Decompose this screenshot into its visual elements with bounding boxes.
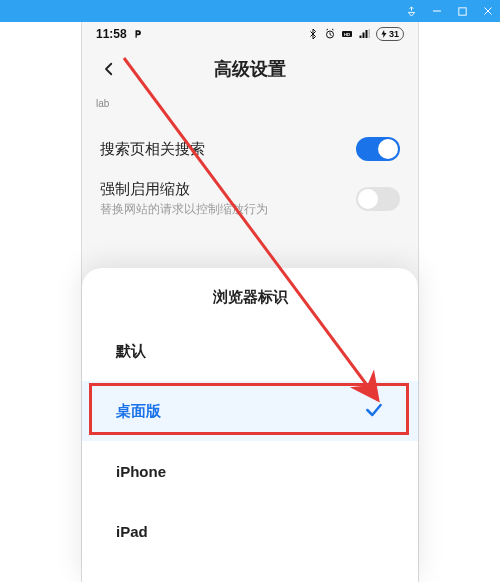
signal-icon [358, 28, 371, 40]
settings-list: 搜索页相关搜索 强制启用缩放 替换网站的请求以控制缩放行为 [82, 126, 418, 226]
hd-icon: HD [341, 28, 353, 40]
window-content: 11:58 HD 31 高 [0, 22, 500, 582]
sheet-option-default[interactable]: 默认 [82, 321, 418, 381]
back-button[interactable] [94, 54, 124, 84]
alarm-icon [324, 28, 336, 40]
option-label: iPad [116, 523, 148, 540]
window-titlebar [0, 0, 500, 22]
option-label: 桌面版 [116, 402, 161, 421]
toggle-search-related[interactable] [356, 137, 400, 161]
setting-search-related[interactable]: 搜索页相关搜索 [100, 126, 400, 172]
phone-mirror: 11:58 HD 31 高 [81, 22, 419, 582]
pin-window-icon[interactable] [406, 6, 417, 17]
svg-rect-1 [459, 7, 466, 14]
minimize-icon[interactable] [431, 5, 443, 17]
sheet-option-ipad[interactable]: iPad [82, 501, 418, 561]
app-window: 11:58 HD 31 高 [0, 0, 500, 582]
sheet-option-iphone[interactable]: iPhone [82, 441, 418, 501]
svg-text:HD: HD [344, 32, 350, 37]
option-label: iPhone [116, 463, 166, 480]
bluetooth-icon [307, 28, 319, 40]
chevron-left-icon [100, 60, 118, 78]
svg-rect-0 [433, 11, 441, 12]
setting-label: 强制启用缩放 [100, 180, 268, 199]
battery-percent: 31 [389, 29, 399, 39]
status-bar: 11:58 HD 31 [82, 22, 418, 46]
lab-badge: lab [96, 98, 109, 109]
setting-label: 搜索页相关搜索 [100, 140, 205, 159]
close-icon[interactable] [482, 5, 494, 17]
page-header: 高级设置 [82, 46, 418, 92]
status-time: 11:58 [96, 27, 127, 41]
battery-indicator: 31 [376, 27, 404, 41]
setting-sublabel: 替换网站的请求以控制缩放行为 [100, 201, 268, 218]
android-p-icon [133, 29, 143, 39]
sheet-title: 浏览器标识 [82, 268, 418, 321]
svg-point-2 [137, 32, 139, 34]
check-icon [364, 400, 384, 423]
sheet-option-desktop[interactable]: 桌面版 [82, 381, 418, 441]
page-title: 高级设置 [82, 57, 418, 81]
maximize-icon[interactable] [457, 6, 468, 17]
setting-force-zoom[interactable]: 强制启用缩放 替换网站的请求以控制缩放行为 [100, 172, 400, 226]
option-label: 默认 [116, 342, 146, 361]
toggle-force-zoom[interactable] [356, 187, 400, 211]
bottom-sheet: 浏览器标识 默认 桌面版 iPhone iPad [82, 268, 418, 582]
